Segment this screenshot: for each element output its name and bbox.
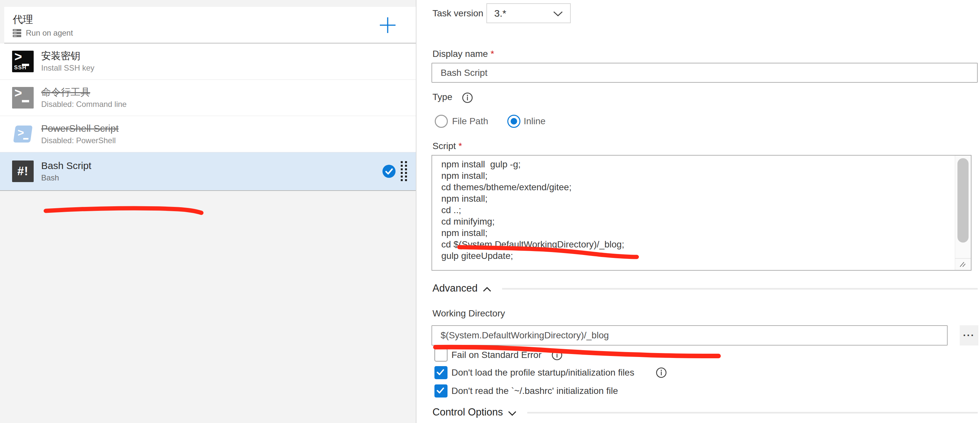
resize-grip-icon bbox=[959, 261, 967, 268]
radio-file-path[interactable] bbox=[435, 115, 448, 128]
check-icon bbox=[434, 366, 447, 378]
checkbox-dont-read-bashrc-label: Don't read the `~/.bashrc' initializatio… bbox=[452, 385, 618, 398]
task-list-end-divider bbox=[0, 190, 416, 191]
powershell-icon-underscore bbox=[23, 138, 29, 140]
working-directory-label: Working Directory bbox=[433, 308, 505, 319]
checkbox-fail-on-standard-error[interactable] bbox=[434, 348, 447, 361]
phase-title: 代理 bbox=[13, 13, 33, 27]
task-version-label: Task version bbox=[433, 8, 484, 19]
radio-inline[interactable] bbox=[508, 115, 520, 128]
ssh-icon-arrow: > bbox=[14, 49, 22, 64]
cmd-icon-underscore bbox=[22, 100, 29, 102]
task-version-value: 3.* bbox=[494, 8, 506, 19]
phase-subtitle-row: Run on agent bbox=[13, 29, 73, 38]
task-text: PowerShell Script Disabled: PowerShell bbox=[41, 122, 119, 145]
phase-header: 代理 Run on agent bbox=[4, 7, 416, 43]
chevron-down-icon bbox=[553, 11, 563, 17]
powershell-icon: > bbox=[12, 123, 34, 145]
display-name-input[interactable]: Bash Script bbox=[431, 63, 978, 83]
working-directory-input[interactable]: $(System.DefaultWorkingDirectory)/_blog bbox=[431, 325, 948, 345]
advanced-section-toggle[interactable]: Advanced bbox=[433, 282, 491, 294]
add-task-button[interactable] bbox=[379, 16, 397, 34]
task-title: Bash Script bbox=[41, 160, 91, 172]
task-version-dropdown[interactable]: 3.* bbox=[487, 3, 571, 23]
textarea-resize-grip[interactable] bbox=[955, 258, 971, 270]
drag-handle[interactable] bbox=[401, 161, 407, 181]
task-text: Bash Script Bash bbox=[41, 160, 91, 183]
task-title: PowerShell Script bbox=[41, 122, 119, 134]
task-title: 命令行工具 bbox=[41, 86, 127, 98]
task-subtitle: Disabled: Command line bbox=[41, 99, 127, 109]
task-item-command-line[interactable]: > 命令行工具 Disabled: Command line bbox=[0, 80, 416, 116]
task-item-bash-script[interactable]: #! Bash Script Bash bbox=[0, 152, 416, 190]
agent-server-icon bbox=[13, 29, 22, 37]
powershell-icon-arrow: > bbox=[18, 126, 24, 139]
type-label: Type bbox=[433, 92, 452, 103]
task-text: 安装密钥 Install SSH key bbox=[41, 50, 94, 73]
display-name-value: Bash Script bbox=[441, 68, 487, 78]
ssh-icon-label: SSH bbox=[14, 64, 27, 71]
control-options-section-title: Control Options bbox=[433, 406, 503, 418]
task-subtitle: Bash bbox=[41, 173, 91, 183]
checkbox-dont-load-profile[interactable] bbox=[434, 366, 447, 379]
control-options-section-rule bbox=[527, 412, 978, 413]
chevron-down-icon bbox=[508, 411, 517, 416]
task-item-install-ssh-key[interactable]: > SSH 安装密钥 Install SSH key bbox=[0, 43, 416, 80]
fail-on-standard-error-info-icon[interactable] bbox=[552, 350, 563, 361]
phase-subtitle: Run on agent bbox=[26, 29, 73, 38]
ellipsis-icon: ··· bbox=[963, 330, 975, 341]
task-text: 命令行工具 Disabled: Command line bbox=[41, 86, 127, 109]
control-options-section-toggle[interactable]: Control Options bbox=[433, 406, 517, 418]
ssh-terminal-icon: > SSH bbox=[12, 51, 34, 72]
cmd-icon-arrow: > bbox=[14, 86, 22, 100]
script-scrollbar bbox=[955, 156, 971, 259]
checkbox-fail-on-standard-error-label: Fail on Standard Error bbox=[452, 348, 541, 361]
radio-inline-label: Inline bbox=[524, 115, 546, 128]
task-list-panel: 代理 Run on agent bbox=[0, 0, 416, 423]
task-item-powershell-script[interactable]: > PowerShell Script Disabled: PowerShell bbox=[0, 116, 416, 152]
task-title: 安装密钥 bbox=[41, 50, 94, 62]
task-subtitle: Disabled: PowerShell bbox=[41, 136, 119, 145]
plus-icon bbox=[379, 17, 396, 34]
bash-icon: #! bbox=[12, 161, 34, 182]
advanced-section-rule bbox=[502, 288, 978, 289]
radio-file-path-label: File Path bbox=[452, 115, 488, 128]
dont-load-profile-info-icon[interactable] bbox=[656, 367, 667, 378]
script-label: Script* bbox=[433, 141, 462, 152]
checkbox-dont-load-profile-label: Don't load the profile startup/initializ… bbox=[452, 366, 634, 379]
script-scrollbar-thumb[interactable] bbox=[958, 158, 969, 243]
advanced-section-title: Advanced bbox=[433, 282, 477, 294]
working-directory-value: $(System.DefaultWorkingDirectory)/_blog bbox=[441, 330, 609, 340]
chevron-up-icon bbox=[483, 287, 491, 292]
script-content: npm install gulp -g; npm install; cd the… bbox=[441, 159, 624, 261]
command-line-icon: > bbox=[12, 87, 34, 108]
checkbox-dont-read-bashrc[interactable] bbox=[434, 385, 447, 398]
check-icon bbox=[434, 384, 447, 397]
type-info-icon[interactable] bbox=[462, 92, 473, 103]
pipeline-task-editor: 代理 Run on agent bbox=[0, 0, 980, 423]
display-name-label: Display name* bbox=[433, 48, 494, 59]
required-asterisk: * bbox=[459, 141, 462, 151]
script-textarea[interactable]: npm install gulp -g; npm install; cd the… bbox=[431, 155, 972, 271]
selected-check-icon[interactable] bbox=[382, 165, 396, 178]
working-directory-browse-button[interactable]: ··· bbox=[960, 325, 978, 345]
required-asterisk: * bbox=[491, 49, 494, 59]
task-settings-panel: Task version 3.* Display name* Bash Scri… bbox=[417, 0, 980, 423]
bash-icon-glyph: #! bbox=[18, 164, 29, 178]
task-subtitle: Install SSH key bbox=[41, 63, 94, 73]
task-list: > SSH 安装密钥 Install SSH key > 命令行工具 Disab… bbox=[0, 43, 416, 191]
